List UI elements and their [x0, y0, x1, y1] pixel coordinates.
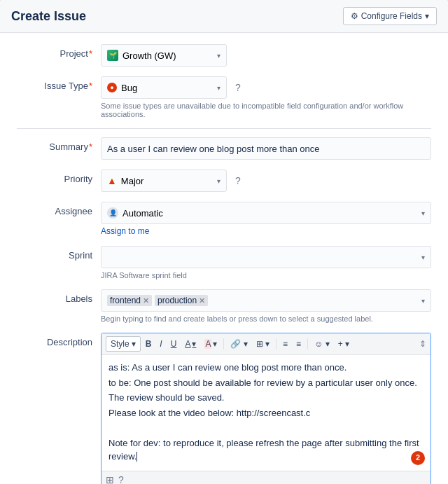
label-tag-production: production ✕ [155, 295, 208, 306]
configure-fields-button[interactable]: ⚙ Configure Fields ▾ [343, 7, 437, 25]
toolbar-separator [223, 338, 224, 350]
assignee-control: 👤 Automatic ▾ Assign to me [101, 202, 431, 236]
sprint-row: Sprint ▾ JIRA Software sprint field [17, 246, 431, 279]
help-icon[interactable]: ? [235, 175, 241, 186]
bullet-list-button[interactable]: ≡ [279, 337, 291, 351]
project-icon: 🌱 [107, 50, 118, 61]
remove-production-label-button[interactable]: ✕ [199, 296, 205, 305]
description-footer: ⊞ ? [102, 471, 430, 485]
summary-row: Summary* [17, 137, 431, 160]
create-issue-modal: Create Issue ⚙ Configure Fields ▾ Projec… [0, 0, 448, 484]
summary-label: Summary* [17, 137, 101, 152]
project-select[interactable]: 🌱 Growth (GW) ▾ [101, 44, 227, 67]
assign-to-me-link[interactable]: Assign to me [101, 226, 431, 236]
summary-control [101, 137, 431, 160]
sprint-label: Sprint [17, 246, 101, 261]
description-row: Description Style ▾ B I U A ▾ A ▾ [17, 333, 431, 484]
description-toolbar: Style ▾ B I U A ▾ A ▾ 🔗 ▾ ⊞ ▾ ≡ ≡ [102, 333, 430, 355]
numbered-list-button[interactable]: ≡ [293, 337, 304, 351]
priority-select[interactable]: ▲ Major ▾ [101, 170, 227, 192]
description-label: Description [17, 333, 101, 347]
issue-type-hint: Some issue types are unavailable due to … [101, 102, 431, 118]
project-label: Project* [17, 44, 101, 59]
labels-control: frontend ✕ production ✕ ▾ Begin typing t… [101, 289, 431, 323]
modal-header: Create Issue ⚙ Configure Fields ▾ [0, 0, 448, 33]
bug-icon: ● [107, 83, 117, 92]
expand-icon[interactable]: ⇕ [419, 339, 426, 349]
toolbar-separator [276, 338, 276, 350]
labels-label: Labels [17, 289, 101, 304]
assignee-label: Assignee [17, 202, 101, 216]
priority-row: Priority ▲ Major ▾ ? [17, 170, 431, 192]
modal-title: Create Issue [11, 9, 86, 24]
chevron-down-icon: ▾ [421, 297, 425, 305]
labels-hint: Begin typing to find and create labels o… [101, 314, 431, 323]
summary-input[interactable] [101, 137, 431, 160]
help-icon[interactable]: ? [118, 474, 124, 485]
major-priority-icon: ▲ [107, 175, 117, 186]
text-bg-button[interactable]: A ▾ [201, 337, 220, 351]
gear-icon: ⚙ [351, 11, 358, 21]
issue-type-row: Issue Type* ● Bug ▾ ? Some issue types a… [17, 76, 431, 118]
chevron-down-icon: ▾ [421, 254, 425, 261]
assignee-icon: 👤 [107, 207, 118, 219]
description-textarea[interactable]: as is: As a user I can review one blog p… [102, 355, 430, 471]
labels-row: Labels frontend ✕ production ✕ ▾ Begin t… [17, 289, 431, 323]
label-tag-frontend: frontend ✕ [107, 295, 152, 306]
labels-input[interactable]: frontend ✕ production ✕ ▾ [101, 289, 431, 312]
chevron-down-icon: ▾ [132, 339, 136, 349]
text-cursor [136, 452, 137, 462]
description-editor: Style ▾ B I U A ▾ A ▾ 🔗 ▾ ⊞ ▾ ≡ ≡ [101, 333, 431, 484]
issue-type-label: Issue Type* [17, 76, 101, 91]
chevron-down-icon: ▾ [421, 209, 425, 217]
link-button[interactable]: 🔗 ▾ [227, 337, 251, 351]
issue-type-control: ● Bug ▾ ? Some issue types are unavailab… [101, 76, 431, 118]
assignee-row: Assignee 👤 Automatic ▾ Assign to me [17, 202, 431, 236]
bold-button[interactable]: B [142, 337, 155, 351]
chevron-down-icon: ▾ [217, 84, 220, 92]
expand-icon[interactable]: ⊞ [106, 474, 114, 485]
priority-control: ▲ Major ▾ ? [101, 170, 431, 192]
style-dropdown-button[interactable]: Style ▾ [106, 336, 141, 352]
remove-frontend-label-button[interactable]: ✕ [143, 296, 149, 305]
chevron-down-icon: ▾ [217, 177, 220, 185]
modal-body: Project* 🌱 Growth (GW) ▾ Issue Type* [0, 33, 448, 484]
priority-label: Priority [17, 170, 101, 184]
chevron-down-icon: ▾ [217, 52, 220, 60]
chevron-down-icon: ▾ [425, 11, 429, 21]
project-row: Project* 🌱 Growth (GW) ▾ [17, 44, 431, 67]
emoji-button[interactable]: ☺ ▾ [311, 337, 333, 351]
help-icon[interactable]: ? [235, 82, 241, 93]
insert-button[interactable]: ⊞ ▾ [253, 337, 273, 351]
italic-button[interactable]: I [156, 337, 165, 351]
sprint-control: ▾ JIRA Software sprint field [101, 246, 431, 279]
underline-button[interactable]: U [167, 337, 181, 351]
sprint-select[interactable]: ▾ [101, 246, 431, 268]
issue-type-select[interactable]: ● Bug ▾ [101, 76, 227, 99]
description-control: Style ▾ B I U A ▾ A ▾ 🔗 ▾ ⊞ ▾ ≡ ≡ [101, 333, 431, 484]
project-control: 🌱 Growth (GW) ▾ [101, 44, 431, 67]
char-count-badge: 2 [411, 451, 425, 465]
sprint-hint: JIRA Software sprint field [101, 271, 431, 279]
more-button[interactable]: + ▾ [335, 337, 353, 351]
text-color-button[interactable]: A ▾ [181, 337, 200, 351]
toolbar-separator [307, 338, 308, 350]
assignee-select[interactable]: 👤 Automatic ▾ [101, 202, 431, 224]
